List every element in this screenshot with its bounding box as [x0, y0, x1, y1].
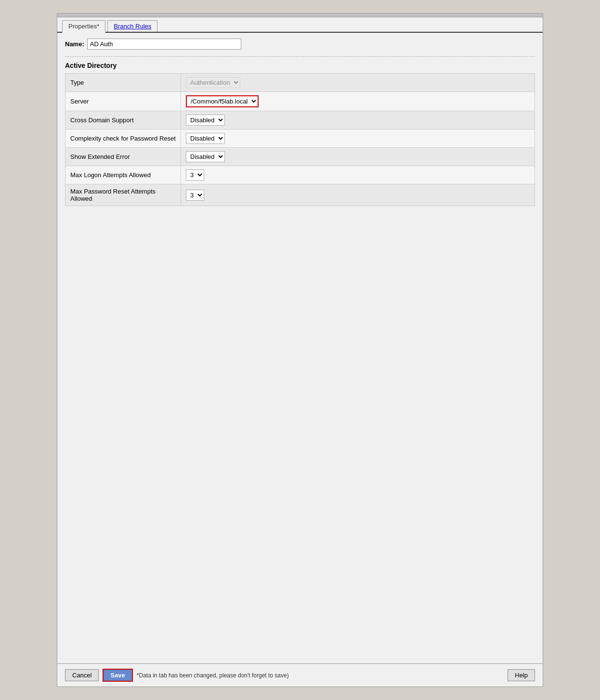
tabs-row: Properties* Branch Rules — [57, 17, 543, 33]
row-value-extended-error: Disabled Enabled — [181, 148, 535, 166]
cross-domain-select[interactable]: Disabled Enabled — [186, 115, 225, 126]
table-row: Show Extended Error Disabled Enabled — [65, 148, 535, 166]
type-select[interactable]: Authentication — [186, 77, 240, 88]
divider — [65, 56, 535, 57]
name-label: Name: — [65, 40, 84, 48]
tab-branch-rules-label: Branch Rules — [114, 23, 151, 30]
tab-branch-rules[interactable]: Branch Rules — [107, 20, 157, 32]
max-password-reset-select[interactable]: 1 2 3 4 5 — [186, 190, 204, 201]
table-row: Cross Domain Support Disabled Enabled — [65, 111, 535, 130]
row-value-type: Authentication — [181, 74, 535, 92]
server-select[interactable]: /Common/f5lab.local — [186, 95, 259, 107]
table-row: Max Logon Attempts Allowed 1 2 3 4 5 — [65, 166, 535, 184]
tab-properties-label: Properties* — [68, 23, 99, 30]
name-row: Name: — [65, 39, 535, 50]
row-value-max-password-reset: 1 2 3 4 5 — [181, 184, 535, 206]
footer: Cancel Save *Data in tab has been change… — [57, 663, 543, 687]
name-input[interactable] — [87, 39, 241, 50]
table-row: Type Authentication — [65, 74, 535, 92]
row-label-max-logon: Max Logon Attempts Allowed — [65, 166, 181, 184]
save-button[interactable]: Save — [103, 669, 132, 682]
table-row: Max Password Reset Attempts Allowed 1 2 … — [65, 184, 535, 206]
row-value-cross-domain: Disabled Enabled — [181, 111, 535, 130]
footer-note: *Data in tab has been changed, please do… — [137, 672, 504, 679]
row-label-type: Type — [65, 74, 181, 92]
row-label-extended-error: Show Extended Error — [65, 148, 181, 166]
row-label-complexity: Complexity check for Password Reset — [65, 130, 181, 148]
table-row: Complexity check for Password Reset Disa… — [65, 130, 535, 148]
help-button[interactable]: Help — [508, 669, 535, 681]
row-value-complexity: Disabled Enabled — [181, 130, 535, 148]
top-bar — [57, 13, 543, 17]
row-label-server: Server — [65, 92, 181, 111]
row-value-server: /Common/f5lab.local — [181, 92, 535, 111]
max-logon-select[interactable]: 1 2 3 4 5 — [186, 169, 204, 181]
form-table: Type Authentication Server / — [65, 73, 535, 206]
section-title: Active Directory — [65, 62, 535, 69]
row-label-max-password-reset: Max Password Reset Attempts Allowed — [65, 184, 181, 206]
extended-error-select[interactable]: Disabled Enabled — [186, 151, 225, 162]
cancel-button[interactable]: Cancel — [65, 669, 99, 681]
main-window: Properties* Branch Rules Name: Active Di… — [57, 13, 543, 687]
row-value-max-logon: 1 2 3 4 5 — [181, 166, 535, 184]
content-area: Name: Active Directory Type Authenticati… — [57, 33, 543, 663]
complexity-select[interactable]: Disabled Enabled — [186, 133, 225, 144]
table-row: Server /Common/f5lab.local — [65, 92, 535, 111]
row-label-cross-domain: Cross Domain Support — [65, 111, 181, 130]
tab-properties[interactable]: Properties* — [62, 20, 105, 33]
